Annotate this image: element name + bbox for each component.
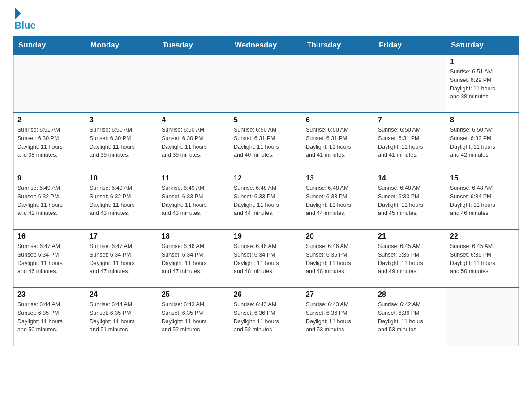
day-number: 1 — [450, 58, 515, 66]
day-info: Sunrise: 6:45 AM Sunset: 6:35 PM Dayligh… — [378, 242, 442, 276]
day-info: Sunrise: 6:46 AM Sunset: 6:35 PM Dayligh… — [306, 242, 370, 276]
calendar-header-thursday: Thursday — [302, 36, 374, 55]
day-number: 10 — [90, 174, 154, 182]
calendar-week-row: 23Sunrise: 6:44 AM Sunset: 6:35 PM Dayli… — [14, 287, 519, 346]
day-number: 5 — [234, 116, 298, 124]
day-info: Sunrise: 6:49 AM Sunset: 6:33 PM Dayligh… — [162, 184, 226, 218]
day-number: 23 — [17, 291, 82, 299]
calendar-cell — [374, 55, 446, 113]
day-number: 6 — [306, 116, 370, 124]
day-info: Sunrise: 6:45 AM Sunset: 6:35 PM Dayligh… — [450, 242, 515, 276]
day-number: 16 — [17, 232, 82, 240]
day-number: 18 — [162, 232, 226, 240]
day-number: 19 — [234, 232, 298, 240]
calendar-cell: 3Sunrise: 6:50 AM Sunset: 6:30 PM Daylig… — [86, 113, 158, 171]
calendar-cell — [158, 55, 230, 113]
calendar-cell: 9Sunrise: 6:49 AM Sunset: 6:32 PM Daylig… — [14, 171, 86, 229]
calendar-cell: 10Sunrise: 6:49 AM Sunset: 6:32 PM Dayli… — [86, 171, 158, 229]
day-info: Sunrise: 6:48 AM Sunset: 6:34 PM Dayligh… — [450, 184, 515, 218]
calendar-cell: 20Sunrise: 6:46 AM Sunset: 6:35 PM Dayli… — [302, 229, 374, 287]
page-header: Blue — [13, 9, 519, 31]
day-number: 26 — [234, 291, 298, 299]
day-info: Sunrise: 6:50 AM Sunset: 6:30 PM Dayligh… — [90, 126, 154, 159]
calendar-cell — [14, 55, 86, 113]
calendar-week-row: 1Sunrise: 6:51 AM Sunset: 6:29 PM Daylig… — [14, 55, 519, 113]
calendar-cell: 23Sunrise: 6:44 AM Sunset: 6:35 PM Dayli… — [14, 287, 86, 346]
calendar-cell: 17Sunrise: 6:47 AM Sunset: 6:34 PM Dayli… — [86, 229, 158, 287]
calendar-cell: 22Sunrise: 6:45 AM Sunset: 6:35 PM Dayli… — [446, 229, 519, 287]
day-info: Sunrise: 6:50 AM Sunset: 6:32 PM Dayligh… — [450, 126, 515, 159]
calendar-cell: 18Sunrise: 6:46 AM Sunset: 6:34 PM Dayli… — [158, 229, 230, 287]
day-info: Sunrise: 6:48 AM Sunset: 6:33 PM Dayligh… — [306, 184, 370, 218]
calendar-cell: 24Sunrise: 6:44 AM Sunset: 6:35 PM Dayli… — [86, 287, 158, 346]
day-info: Sunrise: 6:44 AM Sunset: 6:35 PM Dayligh… — [90, 300, 154, 334]
calendar-cell: 2Sunrise: 6:51 AM Sunset: 6:30 PM Daylig… — [14, 113, 86, 171]
logo: Blue — [13, 9, 36, 31]
day-number: 22 — [450, 232, 515, 240]
day-info: Sunrise: 6:50 AM Sunset: 6:31 PM Dayligh… — [378, 126, 442, 159]
calendar-cell: 14Sunrise: 6:48 AM Sunset: 6:33 PM Dayli… — [374, 171, 446, 229]
day-number: 7 — [378, 116, 442, 124]
day-info: Sunrise: 6:48 AM Sunset: 6:33 PM Dayligh… — [234, 184, 298, 218]
day-number: 2 — [17, 116, 82, 124]
calendar-cell — [446, 287, 519, 346]
calendar-header-row: SundayMondayTuesdayWednesdayThursdayFrid… — [14, 36, 519, 55]
calendar-week-row: 16Sunrise: 6:47 AM Sunset: 6:34 PM Dayli… — [14, 229, 519, 287]
calendar-cell: 4Sunrise: 6:50 AM Sunset: 6:30 PM Daylig… — [158, 113, 230, 171]
day-number: 20 — [306, 232, 370, 240]
day-info: Sunrise: 6:50 AM Sunset: 6:31 PM Dayligh… — [306, 126, 370, 159]
calendar-cell: 15Sunrise: 6:48 AM Sunset: 6:34 PM Dayli… — [446, 171, 519, 229]
logo-triangle-icon — [15, 7, 21, 20]
calendar-cell: 19Sunrise: 6:46 AM Sunset: 6:34 PM Dayli… — [230, 229, 302, 287]
calendar-week-row: 2Sunrise: 6:51 AM Sunset: 6:30 PM Daylig… — [14, 113, 519, 171]
day-number: 12 — [234, 174, 298, 182]
calendar-header-monday: Monday — [86, 36, 158, 55]
calendar-cell: 25Sunrise: 6:43 AM Sunset: 6:35 PM Dayli… — [158, 287, 230, 346]
day-info: Sunrise: 6:43 AM Sunset: 6:36 PM Dayligh… — [234, 300, 298, 334]
day-number: 11 — [162, 174, 226, 182]
calendar-header-tuesday: Tuesday — [158, 36, 230, 55]
calendar-cell: 11Sunrise: 6:49 AM Sunset: 6:33 PM Dayli… — [158, 171, 230, 229]
day-number: 27 — [306, 291, 370, 299]
day-info: Sunrise: 6:47 AM Sunset: 6:34 PM Dayligh… — [17, 242, 82, 276]
day-number: 14 — [378, 174, 442, 182]
day-number: 21 — [378, 232, 442, 240]
calendar-table: SundayMondayTuesdayWednesdayThursdayFrid… — [13, 36, 519, 346]
calendar-cell: 27Sunrise: 6:43 AM Sunset: 6:36 PM Dayli… — [302, 287, 374, 346]
calendar-week-row: 9Sunrise: 6:49 AM Sunset: 6:32 PM Daylig… — [14, 171, 519, 229]
day-info: Sunrise: 6:49 AM Sunset: 6:32 PM Dayligh… — [17, 184, 82, 218]
day-info: Sunrise: 6:46 AM Sunset: 6:34 PM Dayligh… — [162, 242, 226, 276]
day-number: 17 — [90, 232, 154, 240]
logo-subtitle: Blue — [14, 20, 36, 31]
calendar-cell: 6Sunrise: 6:50 AM Sunset: 6:31 PM Daylig… — [302, 113, 374, 171]
calendar-cell — [302, 55, 374, 113]
calendar-cell: 21Sunrise: 6:45 AM Sunset: 6:35 PM Dayli… — [374, 229, 446, 287]
day-info: Sunrise: 6:51 AM Sunset: 6:30 PM Dayligh… — [17, 126, 82, 159]
calendar-cell — [230, 55, 302, 113]
calendar-header-wednesday: Wednesday — [230, 36, 302, 55]
day-number: 4 — [162, 116, 226, 124]
day-info: Sunrise: 6:50 AM Sunset: 6:30 PM Dayligh… — [162, 126, 226, 159]
day-number: 15 — [450, 174, 515, 182]
calendar-cell: 7Sunrise: 6:50 AM Sunset: 6:31 PM Daylig… — [374, 113, 446, 171]
calendar-header-sunday: Sunday — [14, 36, 86, 55]
day-number: 24 — [90, 291, 154, 299]
calendar-cell: 5Sunrise: 6:50 AM Sunset: 6:31 PM Daylig… — [230, 113, 302, 171]
day-number: 28 — [378, 291, 442, 299]
calendar-cell: 16Sunrise: 6:47 AM Sunset: 6:34 PM Dayli… — [14, 229, 86, 287]
calendar-cell: 12Sunrise: 6:48 AM Sunset: 6:33 PM Dayli… — [230, 171, 302, 229]
day-info: Sunrise: 6:43 AM Sunset: 6:36 PM Dayligh… — [306, 300, 370, 334]
day-info: Sunrise: 6:43 AM Sunset: 6:35 PM Dayligh… — [162, 300, 226, 334]
day-number: 13 — [306, 174, 370, 182]
day-number: 8 — [450, 116, 515, 124]
day-info: Sunrise: 6:46 AM Sunset: 6:34 PM Dayligh… — [234, 242, 298, 276]
calendar-cell: 1Sunrise: 6:51 AM Sunset: 6:29 PM Daylig… — [446, 55, 519, 113]
day-info: Sunrise: 6:47 AM Sunset: 6:34 PM Dayligh… — [90, 242, 154, 276]
day-info: Sunrise: 6:44 AM Sunset: 6:35 PM Dayligh… — [17, 300, 82, 334]
day-number: 3 — [90, 116, 154, 124]
day-info: Sunrise: 6:51 AM Sunset: 6:29 PM Dayligh… — [450, 68, 515, 101]
day-info: Sunrise: 6:48 AM Sunset: 6:33 PM Dayligh… — [378, 184, 442, 218]
calendar-cell: 28Sunrise: 6:42 AM Sunset: 6:36 PM Dayli… — [374, 287, 446, 346]
calendar-cell: 13Sunrise: 6:48 AM Sunset: 6:33 PM Dayli… — [302, 171, 374, 229]
day-info: Sunrise: 6:50 AM Sunset: 6:31 PM Dayligh… — [234, 126, 298, 159]
